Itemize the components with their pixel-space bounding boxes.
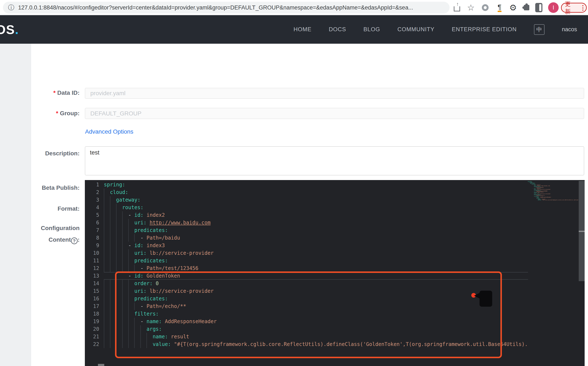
- sidebar-toggle-icon[interactable]: [534, 0, 544, 15]
- line-number: 14: [85, 280, 104, 287]
- editor-bottom-widget: [98, 364, 104, 366]
- group-label: Group:: [21, 110, 80, 117]
- configuration-content-label-line1: Configuration: [21, 225, 80, 232]
- line-number: 6: [85, 219, 104, 227]
- code-line-5[interactable]: 5- id: index2: [85, 211, 528, 219]
- code-line-2[interactable]: 2cloud:: [85, 189, 528, 196]
- code-line-16[interactable]: 16predicates:: [85, 295, 528, 303]
- code-line-22[interactable]: 22value: "#{T(org.springframework.cglib.…: [85, 340, 528, 348]
- line-number: 7: [85, 227, 104, 234]
- code-line-10[interactable]: 10uri: lb://service-provider: [85, 249, 528, 257]
- code-editor[interactable]: 1spring:2cloud:3gateway:4routes:5- id: i…: [85, 180, 585, 366]
- code-line-12[interactable]: 12- Path=/test/123456: [85, 265, 528, 272]
- pilcrow-extension-icon[interactable]: ¶: [494, 0, 505, 15]
- url-text: 127.0.0.1:8848/nacos/#/configeditor?serv…: [18, 4, 413, 11]
- line-number: 16: [85, 295, 104, 303]
- code-line-6[interactable]: 6uri: http://www.baidu.com: [85, 219, 528, 227]
- address-bar[interactable]: ⓘ 127.0.0.1:8848/nacos/#/configeditor?se…: [3, 2, 450, 14]
- code-lines: 1spring:2cloud:3gateway:4routes:5- id: i…: [85, 181, 528, 366]
- avatar-initial: I: [548, 2, 559, 13]
- browser-menu-icon[interactable]: ⋮: [580, 4, 586, 11]
- annotation-bubble: [480, 291, 492, 307]
- line-number: 1: [85, 181, 104, 189]
- line-number: 11: [85, 257, 104, 265]
- nacos-logo: OS.: [0, 22, 19, 37]
- scrollbar-thumb-edge: [579, 231, 585, 232]
- code-line-21[interactable]: 21name: result: [85, 333, 528, 340]
- nav-link-docs[interactable]: DOCS: [329, 26, 346, 33]
- data-id-label: Data ID:: [21, 90, 80, 96]
- profile-avatar[interactable]: I: [547, 0, 560, 15]
- extension-ring-icon[interactable]: [480, 0, 490, 15]
- line-number: 18: [85, 310, 104, 318]
- nacos-navbar: OS. HOME DOCS BLOG COMMUNITY ENTERPRISE …: [0, 15, 588, 44]
- nav-link-enterprise[interactable]: ENTERPRISE EDITION: [452, 26, 517, 33]
- line-number: 9: [85, 242, 104, 249]
- description-label: Description:: [21, 150, 80, 157]
- update-label: 更新: [565, 0, 576, 15]
- code-line-9[interactable]: 9- id: index3: [85, 242, 528, 249]
- data-id-input[interactable]: [85, 88, 584, 99]
- advanced-options-link[interactable]: Advanced Options: [85, 128, 133, 135]
- configuration-content-label-line2: Content?:: [21, 236, 80, 244]
- beta-publish-label: Beta Publish:: [21, 184, 80, 191]
- code-line-7[interactable]: 7predicates:: [85, 227, 528, 234]
- line-number: 13: [85, 272, 104, 280]
- line-number: 15: [85, 287, 104, 295]
- code-line-4[interactable]: 4routes:: [85, 204, 528, 211]
- code-line-11[interactable]: 11predicates:: [85, 257, 528, 265]
- code-line-15[interactable]: 15uri: lb://service-provider: [85, 287, 528, 295]
- bookmark-star-icon[interactable]: ☆: [465, 0, 476, 15]
- code-line-19[interactable]: 19- name: AddResponseHeader: [85, 318, 528, 325]
- line-number: 17: [85, 303, 104, 310]
- code-line-3[interactable]: 3gateway:: [85, 196, 528, 204]
- code-line-20[interactable]: 20args:: [85, 325, 528, 333]
- code-line-14[interactable]: 14order: 0: [85, 280, 528, 287]
- code-line-8[interactable]: 8- Path=/baidu: [85, 234, 528, 242]
- line-number: 22: [85, 340, 104, 348]
- username[interactable]: nacos: [562, 26, 577, 33]
- browser-toolbar: ⓘ 127.0.0.1:8848/nacos/#/configeditor?se…: [0, 0, 588, 15]
- config-editor-page: Data ID: Group: Advanced Options Descrip…: [0, 44, 588, 366]
- line-number: 8: [85, 234, 104, 242]
- annotation-bubble-tail: [474, 293, 480, 299]
- site-info-icon[interactable]: ⓘ: [8, 3, 14, 12]
- line-number: 12: [85, 265, 104, 272]
- nav-link-home[interactable]: HOME: [294, 26, 311, 33]
- line-number: 4: [85, 204, 104, 211]
- chrome-update-button[interactable]: 更新 ⋮: [561, 3, 587, 13]
- gear-icon[interactable]: ⚙: [508, 0, 518, 15]
- line-number: 21: [85, 333, 104, 340]
- code-line-17[interactable]: 17- Path=/echo/**: [85, 303, 528, 310]
- puzzle-extensions-icon[interactable]: [521, 0, 532, 15]
- description-textarea[interactable]: test: [85, 146, 584, 175]
- language-toggle[interactable]: 中: [534, 24, 544, 35]
- code-line-13[interactable]: 13- id: GoldenToken: [85, 272, 528, 280]
- line-number: 2: [85, 189, 104, 196]
- help-icon[interactable]: ?: [71, 237, 78, 244]
- line-number: 20: [85, 325, 104, 333]
- group-input[interactable]: [85, 108, 584, 119]
- line-number: 19: [85, 318, 104, 325]
- format-label: Format:: [21, 205, 80, 212]
- nav-link-community[interactable]: COMMUNITY: [397, 26, 434, 33]
- nav-link-blog[interactable]: BLOG: [363, 26, 380, 33]
- editor-scrollbar[interactable]: [579, 181, 585, 281]
- line-number: 5: [85, 211, 104, 219]
- line-number: 3: [85, 196, 104, 204]
- line-number: 10: [85, 249, 104, 257]
- share-icon[interactable]: ↑: [452, 0, 462, 15]
- minimap[interactable]: spring:cloud:gateway:routes:- id: index2…: [528, 181, 578, 217]
- code-line-1[interactable]: 1spring:: [85, 181, 528, 189]
- code-line-18[interactable]: 18filters:: [85, 310, 528, 318]
